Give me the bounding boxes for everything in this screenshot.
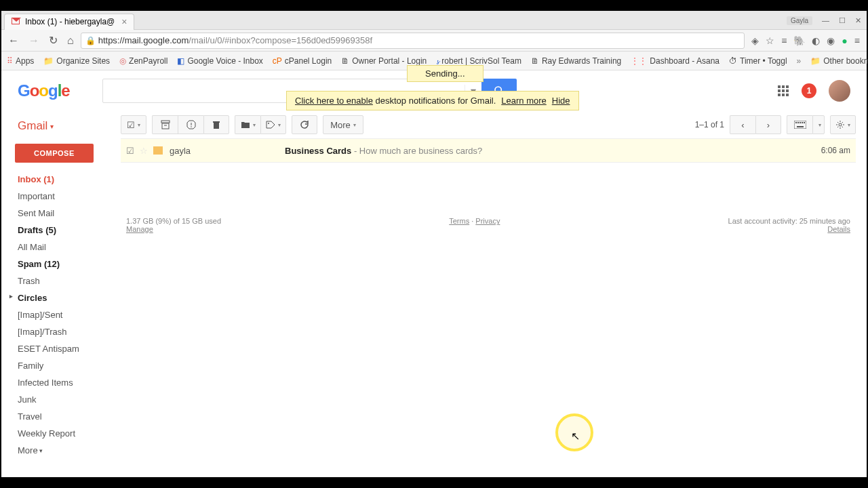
ext-buffer-icon[interactable]: ≡ <box>781 35 787 46</box>
sidebar-item-label: All Mail <box>18 242 46 252</box>
window-close-icon[interactable]: ✕ <box>855 16 861 25</box>
sidebar-item[interactable]: Inbox (1) <box>1 171 115 188</box>
sidebar-item[interactable]: [Imap]/Sent <box>1 306 115 323</box>
bookmark-link[interactable]: ⏱Timer • Toggl <box>729 56 787 66</box>
more-button[interactable]: More▾ <box>323 115 363 134</box>
row-checkbox[interactable]: ☑ <box>126 146 134 156</box>
window-minimize-icon[interactable]: — <box>822 16 829 24</box>
notif-enable-link[interactable]: Click here to enable <box>295 96 373 106</box>
ext-grammarly-icon[interactable]: ● <box>842 35 847 46</box>
bookmark-link[interactable]: 🗎Owner Portal - Login <box>341 56 427 66</box>
reload-icon[interactable]: ↻ <box>46 33 60 48</box>
sidebar-item-label: Spam (12) <box>18 259 60 269</box>
ext-evernote-icon[interactable]: 🐘 <box>793 35 805 46</box>
sidebar-item[interactable]: Family <box>1 357 115 374</box>
cursor-icon: ↖ <box>571 430 580 443</box>
footer: 1.37 GB (9%) of 15 GB used Manage Terms … <box>121 163 856 233</box>
sending-toast: Sending... <box>407 65 484 82</box>
settings-button[interactable]: ▾ <box>830 115 856 134</box>
notifications-badge[interactable]: 1 <box>802 83 816 98</box>
ext-record-icon[interactable]: ◉ <box>827 35 835 46</box>
email-time: 6:06 am <box>821 146 850 155</box>
sidebar-item[interactable]: Junk <box>1 391 115 408</box>
chrome-menu-icon[interactable]: ≡ <box>854 35 860 46</box>
spam-button[interactable] <box>178 115 203 134</box>
details-link[interactable]: Details <box>827 225 850 233</box>
bookmark-folder[interactable]: 📁Organize Sites <box>43 56 110 66</box>
star-icon[interactable]: ☆ <box>766 35 774 46</box>
star-icon[interactable]: ☆ <box>140 146 148 156</box>
bookmark-overflow[interactable]: » <box>797 56 802 66</box>
sidebar-item[interactable]: Sent Mail <box>1 205 115 222</box>
sidebar-item[interactable]: Drafts (5) <box>1 222 115 239</box>
account-avatar[interactable] <box>829 80 850 102</box>
browser-tab[interactable]: Inbox (1) - hiebergayla@ × <box>4 14 134 30</box>
other-bookmarks[interactable]: 📁Other bookmarks <box>810 56 868 66</box>
sidebar-item-label: Infected Items <box>18 378 73 388</box>
compose-button[interactable]: COMPOSE <box>15 144 94 163</box>
ext-block-icon[interactable]: ◐ <box>812 35 820 46</box>
sidebar-item-label: [Imap]/Sent <box>18 310 62 320</box>
sidebar-item-label: ESET Antispam <box>18 344 79 354</box>
bookmark-link[interactable]: ◎ZenPayroll <box>119 56 167 66</box>
refresh-button[interactable] <box>292 115 317 134</box>
email-subject: Business Cards <box>285 146 351 156</box>
close-tab-icon[interactable]: × <box>121 16 127 27</box>
email-snippet: - How much are business cards? <box>351 146 482 156</box>
window-maximize-icon[interactable]: ☐ <box>839 16 846 25</box>
bookmark-link[interactable]: 🗎Ray Edwards Training <box>531 56 621 66</box>
bookmark-link[interactable]: cPcPanel Login <box>273 56 332 66</box>
bookmark-link[interactable]: 𝓼robert | ScrivSol Team <box>436 56 521 66</box>
input-tools-dropdown[interactable]: ▾ <box>812 115 825 134</box>
sidebar-item[interactable]: Weekly Report <box>1 425 115 442</box>
tab-title: Inbox (1) - hiebergayla@ <box>25 17 115 26</box>
gmail-dropdown[interactable]: Gmail ▾ <box>1 117 115 141</box>
activity-text: Last account activity: 25 minutes ago <box>728 217 850 225</box>
sidebar-item[interactable]: ▸Circles <box>1 289 115 306</box>
apps-button[interactable]: ⠿ Apps <box>7 56 34 66</box>
next-page-button[interactable]: › <box>755 115 781 134</box>
delete-button[interactable] <box>203 115 229 134</box>
manage-link[interactable]: Manage <box>126 225 153 233</box>
email-sender: gayla <box>170 146 285 156</box>
svg-rect-3 <box>162 123 169 129</box>
sidebar-item-label: Inbox (1) <box>18 174 54 184</box>
notif-hide-link[interactable]: Hide <box>552 96 570 106</box>
input-tools-button[interactable] <box>787 115 812 134</box>
sidebar-item[interactable]: Important <box>1 188 115 205</box>
privacy-link[interactable]: Privacy <box>475 217 500 225</box>
notif-learn-link[interactable]: Learn more <box>501 96 546 106</box>
ext-icon[interactable]: ◈ <box>751 35 759 46</box>
keyboard-icon <box>794 121 806 129</box>
storage-text: 1.37 GB (9%) of 15 GB used <box>126 217 221 225</box>
sidebar-item-label: Weekly Report <box>18 428 75 439</box>
home-icon[interactable]: ⌂ <box>64 33 77 48</box>
email-row[interactable]: ☑ ☆ gayla Business Cards - How much are … <box>121 138 856 163</box>
sidebar-item[interactable]: Spam (12) <box>1 256 115 272</box>
labels-button[interactable]: ▾ <box>260 115 286 134</box>
sidebar-item[interactable]: Trash <box>1 272 115 289</box>
url-input[interactable]: 🔒 https://mail.google.com/mail/u/0/#inbo… <box>81 33 745 49</box>
sidebar-item[interactable]: Travel <box>1 408 115 425</box>
apps-grid-icon[interactable] <box>777 85 789 97</box>
move-button[interactable]: ▾ <box>235 115 260 134</box>
bookmark-link[interactable]: ⋮⋮Dashboard - Asana <box>631 56 719 66</box>
sidebar-item[interactable]: Infected Items <box>1 374 115 391</box>
bookmark-link[interactable]: ◧Google Voice - Inbox <box>177 56 262 66</box>
svg-rect-15 <box>802 122 803 123</box>
profile-tag[interactable]: Gayla <box>787 16 812 25</box>
sidebar-more[interactable]: More ▾ <box>1 442 115 459</box>
archive-icon <box>161 120 170 129</box>
terms-link[interactable]: Terms <box>449 217 469 225</box>
sidebar-item[interactable]: All Mail <box>1 239 115 256</box>
sidebar-item[interactable]: [Imap]/Trash <box>1 323 115 340</box>
label-icon <box>153 146 163 155</box>
archive-button[interactable] <box>152 115 178 134</box>
google-logo[interactable]: Google <box>18 81 70 100</box>
sidebar-item[interactable]: ESET Antispam <box>1 340 115 357</box>
select-all-checkbox[interactable]: ☑▾ <box>121 115 146 134</box>
prev-page-button[interactable]: ‹ <box>730 115 755 134</box>
back-icon[interactable]: ← <box>5 33 22 48</box>
lock-icon: 🔒 <box>85 36 96 45</box>
tag-icon <box>266 121 275 129</box>
